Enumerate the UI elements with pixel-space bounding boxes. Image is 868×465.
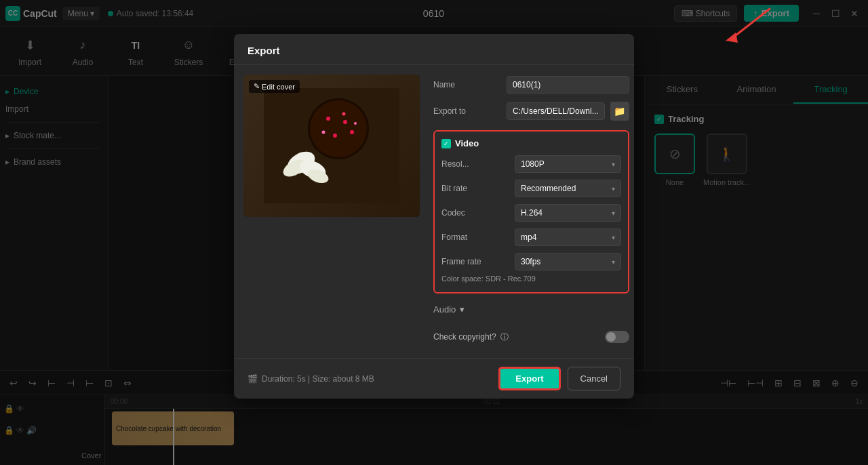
svg-point-7: [333, 134, 337, 138]
modal-preview-panel: ✎ Edit cover: [234, 65, 431, 358]
codec-chevron-icon: ▾: [612, 209, 615, 217]
modal-title: Export: [248, 45, 280, 56]
modal-footer: 🎬 Duration: 5s | Size: about 8 MB Export…: [234, 358, 634, 399]
export-button[interactable]: Export: [498, 367, 560, 390]
svg-point-4: [310, 100, 367, 157]
audio-label: Audio: [433, 304, 456, 315]
format-row: Format mp4 ▾: [441, 227, 621, 247]
codec-label: Codec: [441, 208, 509, 218]
export-to-label: Export to: [433, 106, 501, 116]
modal-overlay: Export: [0, 0, 868, 465]
framerate-chevron-icon: ▾: [612, 258, 615, 266]
svg-point-9: [322, 131, 326, 134]
footer-info: 🎬 Duration: 5s | Size: about 8 MB: [248, 374, 374, 384]
folder-icon: 📁: [614, 106, 625, 117]
codec-select[interactable]: H.264 ▾: [515, 204, 621, 222]
modal-settings-panel: Name Export to C:/Users/DELL/Downl... 📁: [431, 65, 634, 358]
preview-background: [243, 75, 420, 217]
edit-icon: ✎: [254, 82, 260, 91]
svg-point-10: [342, 113, 346, 116]
copyright-left: Check copyright? ⓘ: [433, 331, 509, 343]
edit-cover-label: Edit cover: [262, 83, 295, 91]
bitrate-label: Bit rate: [441, 184, 509, 193]
codec-value: H.264: [521, 208, 542, 218]
browse-folder-button[interactable]: 📁: [610, 102, 629, 121]
name-field[interactable]: [513, 80, 623, 89]
svg-point-5: [326, 117, 330, 121]
video-section: ✓ Video Resol... 1080P ▾: [433, 130, 629, 294]
framerate-value: 30fps: [521, 257, 540, 266]
copyright-row: Check copyright? ⓘ: [433, 325, 629, 348]
export-to-row: Export to C:/Users/DELL/Downl... 📁: [433, 100, 629, 122]
bitrate-row: Bit rate Recommended ▾: [441, 178, 621, 199]
color-space-label: Color space: SDR - Rec.709: [441, 272, 621, 285]
export-path-display[interactable]: C:/Users/DELL/Downl...: [507, 102, 605, 120]
toggle-knob: [606, 332, 616, 342]
audio-section: Audio ▾: [433, 299, 629, 320]
audio-chevron-icon: ▾: [460, 304, 465, 315]
resolution-select[interactable]: 1080P ▾: [515, 155, 621, 173]
framerate-row: Frame rate 30fps ▾: [441, 251, 621, 272]
export-path-text: C:/Users/DELL/Downl...: [513, 106, 599, 116]
cancel-button[interactable]: Cancel: [568, 367, 620, 390]
bitrate-chevron-icon: ▾: [612, 185, 615, 193]
preview-image: [264, 88, 399, 203]
resolution-label: Resol...: [441, 159, 509, 169]
video-settings-rows: Resol... 1080P ▾ Bit rate Recommended: [441, 154, 621, 272]
film-icon: 🎬: [248, 374, 258, 384]
preview-thumbnail[interactable]: ✎ Edit cover: [243, 75, 420, 217]
video-section-header: ✓ Video: [441, 138, 621, 148]
svg-point-6: [343, 120, 347, 124]
modal-body: ✎ Edit cover Name Export to: [234, 65, 634, 358]
modal-header: Export: [234, 34, 634, 65]
info-icon: ⓘ: [500, 331, 509, 343]
copyright-toggle[interactable]: [605, 331, 629, 343]
video-section-title: Video: [455, 138, 479, 148]
resolution-row: Resol... 1080P ▾: [441, 154, 621, 174]
export-modal: Export: [234, 34, 634, 399]
svg-point-11: [354, 122, 357, 125]
video-checkbox[interactable]: ✓: [441, 139, 451, 148]
resolution-value: 1080P: [521, 159, 545, 169]
name-row: Name: [433, 75, 629, 95]
edit-cover-button[interactable]: ✎ Edit cover: [249, 80, 300, 93]
codec-row: Codec H.264 ▾: [441, 203, 621, 223]
name-label: Name: [433, 80, 501, 89]
copyright-label: Check copyright?: [433, 332, 496, 342]
format-value: mp4: [521, 232, 536, 242]
export-btn-label: Export: [515, 373, 543, 384]
svg-point-8: [350, 130, 354, 134]
resolution-chevron-icon: ▾: [612, 161, 615, 168]
framerate-select[interactable]: 30fps ▾: [515, 253, 621, 270]
format-chevron-icon: ▾: [612, 234, 615, 241]
name-input[interactable]: [507, 76, 629, 94]
bitrate-value: Recommended: [521, 184, 576, 193]
bitrate-select[interactable]: Recommended ▾: [515, 180, 621, 197]
duration-label: Duration: 5s | Size: about 8 MB: [262, 374, 374, 384]
cancel-btn-label: Cancel: [580, 373, 608, 384]
format-label: Format: [441, 232, 509, 242]
framerate-label: Frame rate: [441, 257, 509, 266]
footer-buttons: Export Cancel: [498, 367, 620, 390]
format-select[interactable]: mp4 ▾: [515, 228, 621, 246]
audio-header[interactable]: Audio ▾: [433, 304, 629, 315]
